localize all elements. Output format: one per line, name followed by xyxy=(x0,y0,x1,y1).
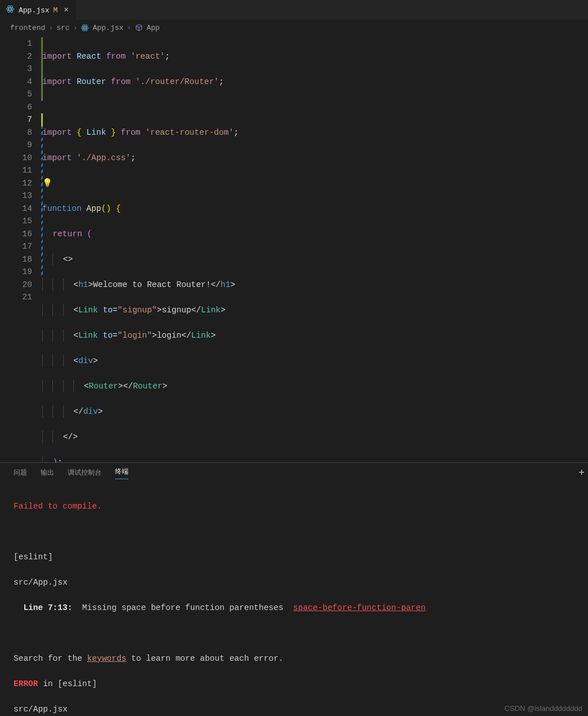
tab-bar: App.jsx M × xyxy=(0,0,588,20)
git-gutter-modified xyxy=(41,113,43,279)
bc-folder[interactable]: src xyxy=(56,24,69,32)
close-icon[interactable]: × xyxy=(61,6,70,15)
terminal-output[interactable]: Failed to compile. [eslint] src/App.jsx … xyxy=(0,483,588,716)
panel-tabs: 问题 输出 调试控制台 终端 + xyxy=(0,463,588,483)
chevron-icon: › xyxy=(73,24,78,32)
code-editor[interactable]: 123456789101112131415161718192021 import… xyxy=(0,35,588,461)
code-area[interactable]: import React from 'react'; import Router… xyxy=(42,35,588,461)
chevron-icon: › xyxy=(48,24,53,32)
breadcrumb[interactable]: frontend › src › App.jsx › App xyxy=(0,20,588,35)
react-icon xyxy=(6,5,15,16)
watermark: CSDN @islandddddddd xyxy=(505,704,582,713)
eslint-rule-link[interactable]: space-before-function-paren xyxy=(293,603,426,612)
chevron-icon: › xyxy=(127,24,131,32)
tab-problems[interactable]: 问题 xyxy=(14,468,27,478)
bc-folder[interactable]: frontend xyxy=(10,24,45,32)
git-gutter-highlight xyxy=(41,113,43,126)
symbol-icon xyxy=(135,23,143,32)
svg-point-7 xyxy=(85,27,86,28)
svg-point-3 xyxy=(10,8,11,10)
bc-symbol[interactable]: App xyxy=(147,24,160,32)
tab-output[interactable]: 输出 xyxy=(41,468,54,478)
plus-icon[interactable]: + xyxy=(578,467,585,479)
tab-app-jsx[interactable]: App.jsx M × xyxy=(0,0,77,20)
tab-label: App.jsx xyxy=(19,6,50,15)
tab-terminal[interactable]: 终端 xyxy=(115,467,129,479)
react-icon xyxy=(81,23,89,32)
lightbulb-icon[interactable]: 💡 xyxy=(42,179,52,188)
bc-file[interactable]: App.jsx xyxy=(92,24,123,32)
compile-error: Failed to compile. xyxy=(14,500,574,513)
bottom-panel: 问题 输出 调试控制台 终端 + Failed to compile. [esl… xyxy=(0,462,588,716)
keywords-link[interactable]: keywords xyxy=(87,654,127,663)
tab-debug-console[interactable]: 调试控制台 xyxy=(68,468,101,478)
git-gutter-added xyxy=(41,37,43,101)
tab-modified-indicator: M xyxy=(54,6,58,15)
line-numbers: 123456789101112131415161718192021 xyxy=(0,35,42,461)
